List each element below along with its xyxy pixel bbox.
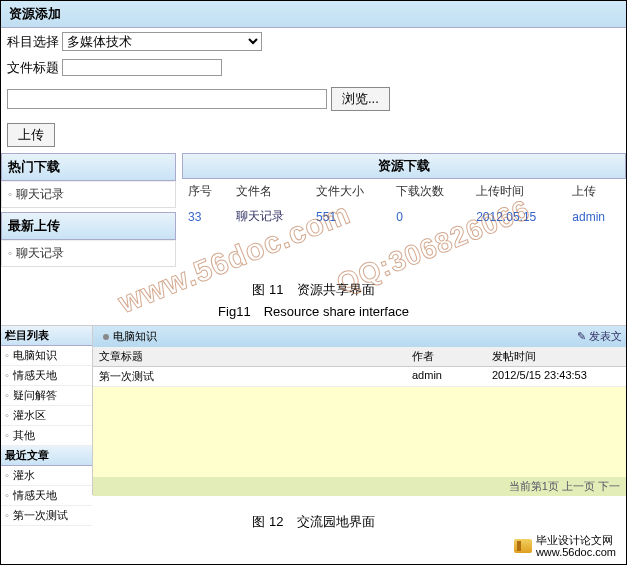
forum-empty-area	[93, 387, 626, 477]
brand-line1: 毕业设计论文网	[536, 534, 616, 546]
row-title: 第一次测试	[93, 367, 406, 386]
file-title-input[interactable]	[62, 59, 222, 76]
recent-item[interactable]: ◦情感天地	[1, 486, 92, 506]
bullet-icon: ◦	[5, 389, 9, 401]
download-table: 序号 文件名 文件大小 下载次数 上传时间 上传 33 聊天记录 551 0 2…	[182, 179, 626, 229]
forum-row[interactable]: 第一次测试 admin 2012/5/15 23:43:53	[93, 367, 626, 387]
subject-label: 科目选择	[7, 34, 59, 49]
th-author: 作者	[406, 347, 486, 366]
col-item[interactable]: ◦电脑知识	[1, 346, 92, 366]
bullet-icon: ◦	[5, 489, 9, 501]
bullet-icon: ◦	[5, 349, 9, 361]
th-up: 上传	[566, 179, 626, 204]
dot-icon	[103, 334, 109, 340]
forum-pagination[interactable]: 当前第1页 上一页 下一	[93, 477, 626, 496]
th-count: 下载次数	[390, 179, 470, 204]
columns-head: 栏目列表	[1, 326, 92, 346]
upload-button[interactable]: 上传	[7, 123, 55, 147]
browse-button[interactable]: 浏览...	[331, 87, 390, 111]
new-item[interactable]: ◦聊天记录	[2, 240, 175, 266]
bullet-icon: ◦	[5, 509, 9, 521]
th-no: 序号	[182, 179, 230, 204]
brand-line2: www.56doc.com	[536, 546, 616, 558]
caption-12: 图 12 交流园地界面	[1, 513, 626, 531]
th-name: 文件名	[230, 179, 310, 204]
cap-icon	[514, 539, 532, 553]
panel-title: 资源添加	[1, 1, 626, 28]
table-header-row: 序号 文件名 文件大小 下载次数 上传时间 上传	[182, 179, 626, 204]
hot-item[interactable]: ◦聊天记录	[2, 181, 175, 207]
col-item[interactable]: ◦情感天地	[1, 366, 92, 386]
table-row[interactable]: 33 聊天记录 551 0 2012.05.15 admin	[182, 204, 626, 229]
forum-sidebar: 栏目列表 ◦电脑知识 ◦情感天地 ◦疑问解答 ◦灌水区 ◦其他 最近文章 ◦灌水…	[1, 326, 93, 495]
sidebar: 热门下载 ◦聊天记录 最新上传 ◦聊天记录	[1, 153, 176, 271]
file-title-row: 文件标题	[1, 55, 626, 81]
bullet-icon: ◦	[8, 246, 12, 260]
subject-select[interactable]: 多媒体技术	[62, 32, 262, 51]
bullet-icon: ◦	[5, 409, 9, 421]
col-item[interactable]: ◦其他	[1, 426, 92, 446]
bullet-icon: ◦	[5, 469, 9, 481]
subject-row: 科目选择 多媒体技术	[1, 28, 626, 55]
file-path-input[interactable]	[7, 89, 327, 109]
col-item[interactable]: ◦疑问解答	[1, 386, 92, 406]
footer-brand: 毕业设计论文网 www.56doc.com	[514, 534, 616, 558]
bullet-icon: ◦	[5, 429, 9, 441]
cell-no: 33	[182, 204, 230, 229]
forum-tab[interactable]: 电脑知识	[97, 328, 163, 345]
recent-head: 最近文章	[1, 446, 92, 466]
th-size: 文件大小	[310, 179, 390, 204]
col-item[interactable]: ◦灌水区	[1, 406, 92, 426]
recent-item[interactable]: ◦灌水	[1, 466, 92, 486]
content-head: 资源下载	[182, 153, 626, 179]
post-link[interactable]: ✎ 发表文	[577, 329, 622, 344]
bullet-icon: ◦	[5, 369, 9, 381]
th-time: 发帖时间	[486, 347, 626, 366]
caption-11-en: Fig11 Resource share interface	[1, 303, 626, 321]
recent-item[interactable]: ◦第一次测试	[1, 506, 92, 526]
cell-up: admin	[566, 204, 626, 229]
hot-head: 热门下载	[1, 153, 176, 181]
th-title: 文章标题	[93, 347, 406, 366]
new-panel: 最新上传 ◦聊天记录	[1, 212, 176, 267]
new-head: 最新上传	[1, 212, 176, 240]
file-title-label: 文件标题	[7, 60, 59, 75]
row-time: 2012/5/15 23:43:53	[486, 367, 626, 386]
hot-panel: 热门下载 ◦聊天记录	[1, 153, 176, 208]
forum-main: 电脑知识 ✎ 发表文 文章标题 作者 发帖时间 第一次测试 admin 2012…	[93, 326, 626, 495]
caption-11: 图 11 资源共享界面	[1, 281, 626, 299]
row-author: admin	[406, 367, 486, 386]
forum-panel: 栏目列表 ◦电脑知识 ◦情感天地 ◦疑问解答 ◦灌水区 ◦其他 最近文章 ◦灌水…	[1, 325, 626, 495]
forum-header-row: 文章标题 作者 发帖时间	[93, 347, 626, 367]
forum-tabbar: 电脑知识 ✎ 发表文	[93, 326, 626, 347]
bullet-icon: ◦	[8, 187, 12, 201]
